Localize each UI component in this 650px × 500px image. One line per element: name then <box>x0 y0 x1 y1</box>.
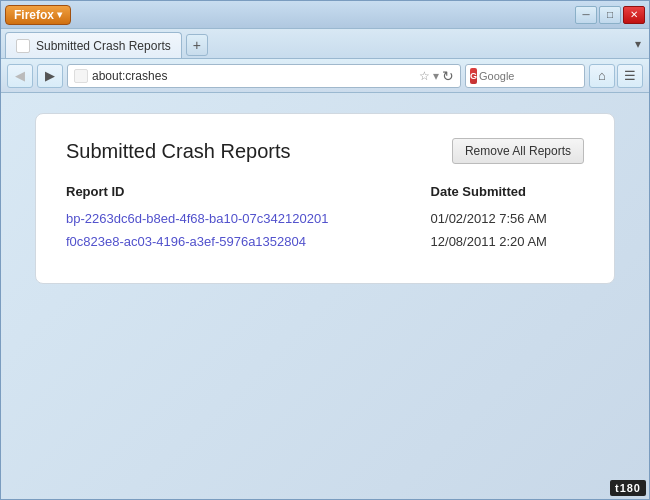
address-input[interactable] <box>92 69 415 83</box>
firefox-menu-button[interactable]: Firefox <box>5 5 71 25</box>
page-card: Submitted Crash Reports Remove All Repor… <box>35 113 615 284</box>
report-id-link[interactable]: bp-2263dc6d-b8ed-4f68-ba10-07c342120201 <box>66 211 328 226</box>
window-controls: ─ □ ✕ <box>575 6 645 24</box>
bookmark-button[interactable]: ☰ <box>617 64 643 88</box>
toolbar-right-buttons: ⌂ ☰ <box>589 64 643 88</box>
reports-table: Report ID Date Submitted bp-2263dc6d-b8e… <box>66 184 584 253</box>
titlebar: Firefox ─ □ ✕ <box>1 1 649 29</box>
minimize-button[interactable]: ─ <box>575 6 597 24</box>
report-id-link[interactable]: f0c823e8-ac03-4196-a3ef-5976a1352804 <box>66 234 306 249</box>
home-button[interactable]: ⌂ <box>589 64 615 88</box>
close-button[interactable]: ✕ <box>623 6 645 24</box>
content-area: Submitted Crash Reports Remove All Repor… <box>1 93 649 499</box>
star-icon[interactable]: ☆ <box>419 69 430 83</box>
date-submitted-cell: 01/02/2012 7:56 AM <box>391 207 584 230</box>
table-row: bp-2263dc6d-b8ed-4f68-ba10-07c3421202010… <box>66 207 584 230</box>
page-header: Submitted Crash Reports Remove All Repor… <box>66 138 584 164</box>
table-header-row: Report ID Date Submitted <box>66 184 584 207</box>
col-header-date-submitted: Date Submitted <box>391 184 584 207</box>
date-submitted-cell: 12/08/2011 2:20 AM <box>391 230 584 253</box>
report-id-cell: bp-2263dc6d-b8ed-4f68-ba10-07c342120201 <box>66 207 391 230</box>
search-engine-icon: G <box>470 68 477 84</box>
feed-icon: ▾ <box>433 69 439 83</box>
col-header-report-id: Report ID <box>66 184 391 207</box>
address-icons: ☆ ▾ ↻ <box>419 68 454 84</box>
table-row: f0c823e8-ac03-4196-a3ef-5976a135280412/0… <box>66 230 584 253</box>
address-favicon <box>74 69 88 83</box>
tab-label: Submitted Crash Reports <box>36 39 171 53</box>
tab-bar: Submitted Crash Reports + ▾ <box>1 29 649 59</box>
maximize-button[interactable]: □ <box>599 6 621 24</box>
page-title: Submitted Crash Reports <box>66 140 291 163</box>
report-id-cell: f0c823e8-ac03-4196-a3ef-5976a1352804 <box>66 230 391 253</box>
tab-submitted-crash-reports[interactable]: Submitted Crash Reports <box>5 32 182 58</box>
forward-button[interactable]: ▶ <box>37 64 63 88</box>
tab-overflow-button[interactable]: ▾ <box>631 35 645 53</box>
new-tab-button[interactable]: + <box>186 34 208 56</box>
watermark: t180 <box>610 480 646 496</box>
refresh-button[interactable]: ↻ <box>442 68 454 84</box>
navigation-toolbar: ◀ ▶ ☆ ▾ ↻ G 🔍 ⌂ ☰ <box>1 59 649 93</box>
browser-window: Firefox ─ □ ✕ Submitted Crash Reports + … <box>0 0 650 500</box>
remove-all-reports-button[interactable]: Remove All Reports <box>452 138 584 164</box>
address-bar[interactable]: ☆ ▾ ↻ <box>67 64 461 88</box>
back-button[interactable]: ◀ <box>7 64 33 88</box>
tab-favicon <box>16 39 30 53</box>
search-bar[interactable]: G 🔍 <box>465 64 585 88</box>
titlebar-left: Firefox <box>5 5 71 25</box>
